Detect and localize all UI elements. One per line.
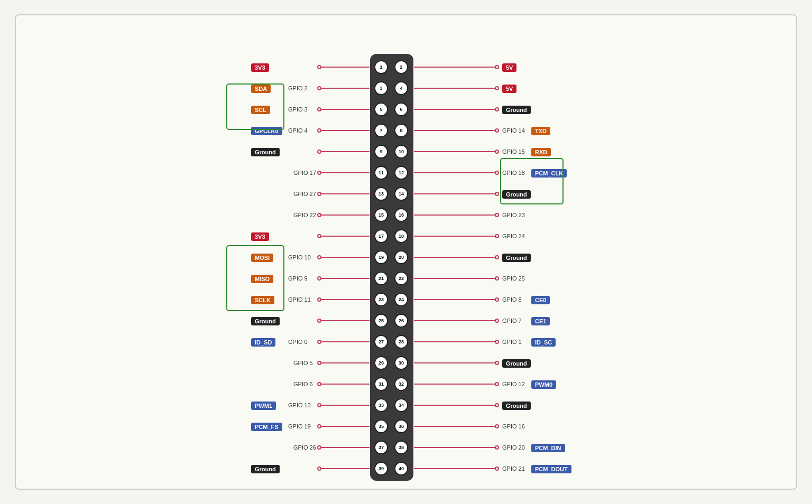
- left-line-35: [320, 426, 370, 427]
- right-dot-28: [495, 340, 499, 344]
- right-dot-2: [495, 65, 499, 69]
- right-dot-40: [495, 466, 499, 471]
- left-line-23: [320, 299, 370, 300]
- left-func-badge-39: Ground: [251, 465, 280, 473]
- right-func-badge-30: Ground: [502, 359, 531, 368]
- left-line-31: [320, 384, 370, 385]
- right-dot-8: [495, 128, 499, 133]
- left-gpio-15: GPIO 22: [293, 212, 316, 218]
- left-gpio-31: GPIO 6: [293, 381, 313, 387]
- right-dot-4: [495, 86, 499, 90]
- left-line-33: [320, 405, 370, 406]
- right-dot-20: [495, 255, 499, 259]
- right-gpio-18: GPIO 24: [502, 233, 525, 239]
- pin-right-circle-6: 6: [394, 102, 408, 116]
- pin-left-circle-11: 11: [374, 166, 388, 180]
- left-dot-21: [317, 276, 321, 281]
- left-dot-35: [317, 424, 321, 428]
- pin-right-circle-38: 38: [394, 441, 408, 454]
- left-line-27: [320, 341, 370, 342]
- right-func-badge-32: PWM0: [531, 380, 556, 389]
- left-func-badge-17: 3V3: [251, 232, 269, 241]
- left-func-badge-19: MOSI: [251, 254, 273, 262]
- left-line-19: [320, 257, 370, 258]
- pin-left-circle-35: 35: [374, 419, 388, 433]
- right-gpio-10: GPIO 15: [502, 148, 525, 155]
- pin-right-circle-18: 18: [394, 229, 408, 243]
- right-func-badge-34: Ground: [502, 402, 531, 410]
- right-dot-18: [495, 234, 499, 238]
- pin-left-circle-31: 31: [374, 377, 388, 391]
- left-gpio-13: GPIO 27: [293, 191, 316, 197]
- right-func-badge-24: CE0: [531, 296, 550, 304]
- pin-left-circle-17: 17: [374, 229, 388, 243]
- right-func-badge-12: PCM_CLK: [531, 169, 567, 178]
- left-line-7: [320, 130, 370, 131]
- pin-right-circle-4: 4: [394, 81, 408, 95]
- pin-left-circle-21: 21: [374, 272, 388, 285]
- left-gpio-3: GPIO 2: [288, 85, 308, 91]
- left-func-badge-3: SDA: [251, 85, 271, 93]
- right-dot-22: [495, 276, 499, 281]
- right-func-badge-8: TXD: [531, 127, 550, 135]
- pin-right-circle-10: 10: [394, 145, 408, 158]
- right-dot-30: [495, 361, 499, 365]
- right-line-6: [414, 109, 496, 110]
- left-gpio-35: GPIO 19: [288, 423, 311, 430]
- right-dot-26: [495, 319, 499, 323]
- right-line-2: [414, 67, 496, 68]
- pin-left-circle-7: 7: [374, 124, 388, 137]
- right-func-badge-40: PCM_DOUT: [531, 465, 571, 473]
- left-gpio-37: GPIO 26: [293, 444, 316, 451]
- left-line-39: [320, 468, 370, 469]
- pin-right-circle-32: 32: [394, 377, 408, 391]
- left-line-3: [320, 88, 370, 89]
- right-line-12: [414, 172, 496, 173]
- right-func-badge-10: RXD: [531, 148, 551, 156]
- connector-body: [370, 54, 413, 481]
- right-line-38: [414, 447, 496, 448]
- left-line-1: [320, 67, 370, 68]
- right-func-badge-6: Ground: [502, 106, 531, 114]
- right-line-40: [414, 468, 496, 469]
- left-dot-25: [317, 319, 321, 323]
- left-gpio-5: GPIO 3: [288, 106, 308, 113]
- left-line-25: [320, 320, 370, 321]
- left-dot-5: [317, 107, 321, 111]
- right-line-4: [414, 88, 496, 89]
- left-line-37: [320, 447, 370, 448]
- right-line-30: [414, 362, 496, 363]
- left-dot-1: [317, 65, 321, 69]
- left-dot-19: [317, 255, 321, 259]
- right-line-14: [414, 193, 496, 194]
- pin-right-circle-12: 12: [394, 166, 408, 180]
- pin-right-circle-24: 24: [394, 293, 408, 306]
- left-dot-31: [317, 382, 321, 386]
- left-dot-33: [317, 403, 321, 407]
- left-line-11: [320, 172, 370, 173]
- right-line-8: [414, 130, 496, 131]
- pin-left-circle-33: 33: [374, 398, 388, 412]
- left-func-badge-27: ID_SD: [251, 338, 275, 347]
- pin-right-circle-14: 14: [394, 187, 408, 201]
- pin-left-circle-13: 13: [374, 187, 388, 201]
- left-dot-27: [317, 340, 321, 344]
- left-dot-17: [317, 234, 321, 238]
- left-dot-39: [317, 466, 321, 471]
- right-gpio-8: GPIO 14: [502, 127, 525, 134]
- right-func-badge-28: ID_SC: [531, 338, 556, 347]
- left-dot-15: [317, 213, 321, 217]
- diagram-area: 3V3 12 5V SDA GPIO 234 5V SCL GPIO 356 G…: [111, 44, 745, 493]
- right-func-badge-4: 5V: [502, 85, 516, 93]
- pin-right-circle-30: 30: [394, 356, 408, 370]
- right-gpio-38: GPIO 20: [502, 444, 525, 451]
- right-line-22: [414, 278, 496, 279]
- right-dot-10: [495, 150, 499, 154]
- right-dot-6: [495, 107, 499, 111]
- right-func-badge-20: Ground: [502, 254, 531, 262]
- right-dot-32: [495, 382, 499, 386]
- left-line-9: [320, 151, 370, 152]
- right-dot-24: [495, 297, 499, 302]
- left-func-badge-7: GPCLK0: [251, 127, 282, 135]
- right-func-badge-26: CE1: [531, 317, 550, 325]
